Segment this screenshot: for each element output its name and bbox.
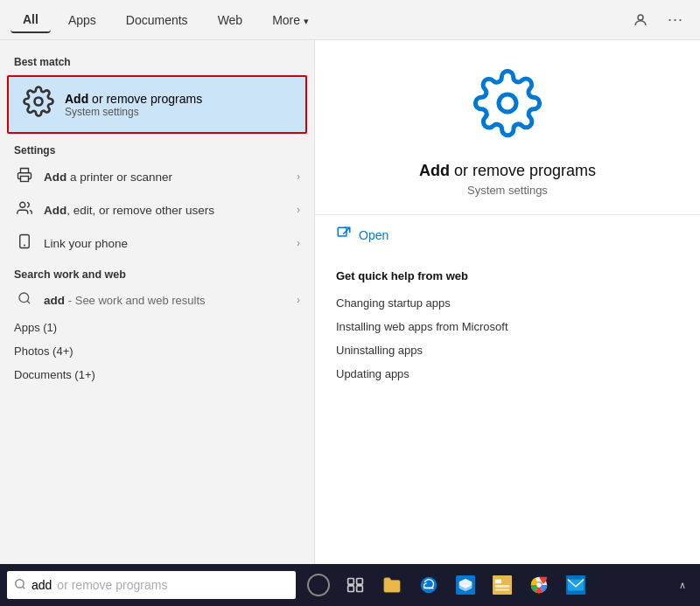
chevron-right-icon-3: › [297, 237, 300, 249]
printer-label: Add a printer or scanner [44, 171, 288, 184]
cortana-circle-icon [307, 574, 330, 596]
best-match-header: Best match [0, 49, 314, 72]
edge-browser-button[interactable] [411, 566, 446, 604]
person-icon [633, 12, 648, 28]
settings-gear-icon [23, 86, 54, 123]
search-web-label: add - See work and web results [44, 294, 206, 307]
chevron-right-icon-4: › [297, 294, 300, 306]
chrome-icon [529, 575, 549, 595]
svg-point-6 [19, 293, 29, 303]
best-match-subtitle: System settings [65, 106, 202, 118]
phone-label: Link your phone [44, 237, 288, 250]
tab-web[interactable]: Web [206, 8, 256, 32]
svg-line-7 [27, 301, 30, 303]
list-item-users[interactable]: Add, edit, or remove other users › [0, 193, 314, 226]
search-web-header: Search work and web [0, 260, 314, 284]
tab-all[interactable]: All [10, 7, 51, 33]
tab-documents[interactable]: Documents [114, 8, 200, 32]
cortana-button[interactable] [301, 566, 336, 604]
svg-rect-13 [348, 579, 354, 585]
open-link-icon [336, 226, 352, 245]
store-button[interactable] [448, 566, 483, 604]
preview-title: Add or remove programs [419, 162, 596, 180]
taskbar-system-area: ∧ [679, 580, 693, 591]
preview-subtitle: System settings [467, 184, 548, 197]
svg-point-1 [35, 98, 43, 106]
svg-rect-2 [21, 177, 29, 182]
chrome-button[interactable] [522, 566, 556, 604]
preview-top: Add or remove programs System settings [315, 40, 700, 215]
svg-point-25 [536, 582, 542, 588]
users-label: Add, edit, or remove other users [44, 204, 288, 217]
taskbar-search-icon [14, 578, 26, 593]
best-match-item[interactable]: Add or remove programs System settings [7, 75, 307, 134]
left-panel: Best match Add or remove programs System… [0, 40, 315, 564]
search-web-icon [14, 291, 35, 309]
more-options-btn[interactable]: ··· [662, 6, 690, 34]
top-navigation: All Apps Documents Web More ▾ ··· [0, 0, 700, 40]
file-explorer-button[interactable] [374, 566, 410, 604]
svg-point-8 [499, 94, 516, 112]
help-link-web-apps[interactable]: Installing web apps from Microsoft [336, 315, 679, 338]
printer-icon [14, 167, 35, 186]
tab-apps[interactable]: Apps [56, 8, 108, 32]
svg-line-12 [23, 586, 25, 589]
svg-point-11 [16, 579, 24, 587]
search-typed-text: add [32, 578, 52, 592]
store-icon [456, 575, 475, 595]
svg-rect-14 [357, 579, 363, 585]
svg-rect-16 [357, 586, 363, 592]
tab-more[interactable]: More ▾ [260, 8, 321, 32]
svg-rect-20 [495, 580, 501, 584]
person-icon-btn[interactable] [626, 6, 654, 34]
chevron-right-icon-2: › [297, 204, 300, 216]
list-item-search-web[interactable]: add - See work and web results › [0, 284, 314, 316]
list-item-printer[interactable]: Add a printer or scanner › [0, 160, 314, 193]
taskbar-search-box[interactable]: add or remove programs [7, 571, 296, 599]
apps-count-label[interactable]: Apps (1) [0, 316, 314, 339]
preview-gear-icon [472, 68, 542, 151]
mail-button[interactable] [558, 566, 593, 604]
ellipsis-icon: ··· [668, 10, 683, 29]
svg-rect-21 [495, 585, 510, 588]
best-match-text: Add or remove programs System settings [65, 92, 202, 118]
open-label: Open [359, 228, 388, 242]
photos-count-label[interactable]: Photos (4+) [0, 339, 314, 363]
best-match-title: Add or remove programs [65, 92, 202, 106]
svg-point-3 [20, 202, 25, 207]
main-area: Best match Add or remove programs System… [0, 40, 700, 564]
task-view-button[interactable] [338, 566, 373, 604]
help-link-uninstall[interactable]: Uninstalling apps [336, 338, 679, 362]
quick-help-title: Get quick help from web [336, 269, 679, 282]
file-manager-icon [493, 575, 512, 595]
help-link-startup[interactable]: Changing startup apps [336, 291, 679, 315]
search-ghost-text: or remove programs [57, 578, 167, 592]
right-panel: Add or remove programs System settings O… [315, 40, 700, 564]
users-icon [14, 200, 35, 219]
folder-icon [382, 575, 402, 595]
taskbar-icons [301, 566, 593, 604]
chevron-right-icon: › [297, 171, 300, 183]
edge-icon [419, 575, 438, 595]
svg-point-0 [638, 15, 643, 20]
help-link-update[interactable]: Updating apps [336, 362, 679, 386]
settings-header: Settings [0, 137, 314, 160]
documents-count-label[interactable]: Documents (1+) [0, 363, 314, 387]
file-manager-button[interactable] [485, 566, 520, 604]
taskbar: add or remove programs [0, 564, 700, 606]
quick-help-section: Get quick help from web Changing startup… [315, 255, 700, 400]
task-view-icon [346, 576, 364, 594]
phone-link-icon [14, 233, 35, 253]
svg-rect-22 [495, 589, 510, 591]
list-item-phone[interactable]: Link your phone › [0, 226, 314, 260]
svg-rect-15 [348, 586, 354, 592]
open-button[interactable]: Open [315, 215, 700, 255]
mail-icon [566, 575, 585, 595]
system-tray: ∧ [679, 580, 686, 591]
